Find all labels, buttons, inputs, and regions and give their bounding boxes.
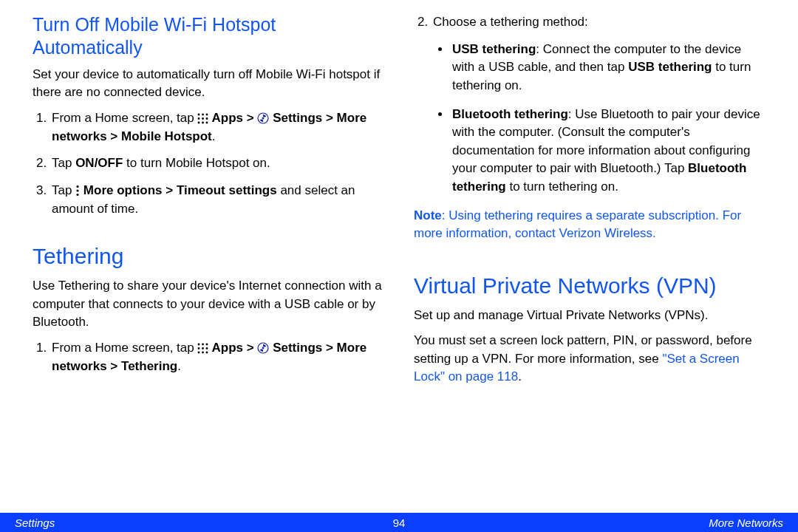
text: to turn tethering on.: [506, 180, 618, 194]
bold-text: USB tethering: [628, 60, 712, 74]
bold-text: USB tethering: [452, 42, 536, 56]
page-number: 94: [393, 516, 406, 529]
svg-point-0: [198, 114, 200, 116]
apps-grid-icon: [197, 109, 208, 128]
step-item: From a Home screen, tap Apps > Settings …: [50, 109, 384, 146]
text: From a Home screen, tap: [52, 341, 197, 355]
section-heading-vpn: Virtual Private Networks (VPN): [414, 270, 765, 302]
settings-gear-icon: [257, 339, 269, 358]
apps-grid-icon: [197, 339, 208, 358]
paragraph: Set your device to automatically turn of…: [33, 66, 384, 102]
bold-text: Apps >: [208, 341, 257, 355]
text: .: [518, 369, 522, 383]
bold-text: ON/OFF: [75, 156, 123, 170]
list-item: Bluetooth tethering: Use Bluetooth to pa…: [451, 106, 765, 197]
paragraph: Use Tethering to share your device's Int…: [33, 277, 384, 332]
svg-point-14: [77, 194, 79, 196]
svg-point-12: [77, 185, 79, 188]
list-item: USB tethering: Connect the computer to t…: [451, 41, 765, 95]
steps-list-tethering-continued: Choose a tethering method: USB tethering…: [414, 13, 765, 197]
svg-point-26: [262, 347, 265, 349]
svg-point-18: [198, 347, 200, 349]
svg-point-19: [202, 347, 205, 349]
text: : Using tethering requires a separate su…: [414, 208, 741, 241]
section-heading-hotspot-off: Turn Off Mobile Wi-Fi Hotspot Automatica…: [33, 13, 384, 60]
text: Choose a tethering method:: [433, 15, 588, 29]
settings-gear-icon: [257, 109, 269, 128]
page-footer: Settings 94 More Networks: [0, 513, 798, 532]
paragraph: You must set a screen lock pattern, PIN,…: [414, 332, 765, 386]
text: to turn Mobile Hotspot on.: [123, 156, 270, 170]
bold-text: Apps >: [208, 111, 257, 125]
text: From a Home screen, tap: [52, 111, 197, 125]
step-item: From a Home screen, tap Apps > Settings …: [50, 339, 384, 375]
text: .: [177, 359, 181, 373]
bold-text: More options > Timeout settings: [80, 183, 277, 197]
step-item: Tap More options > Timeout settings and …: [50, 182, 384, 218]
svg-point-4: [202, 117, 205, 120]
svg-point-21: [198, 352, 200, 354]
svg-point-13: [77, 189, 79, 191]
steps-list-hotspot-off: From a Home screen, tap Apps > Settings …: [33, 109, 384, 219]
svg-point-3: [198, 117, 200, 120]
svg-point-15: [198, 344, 200, 346]
step-item: Tap ON/OFF to turn Mobile Hotspot on.: [50, 154, 384, 173]
bold-text: Note: [414, 208, 442, 222]
svg-point-1: [202, 114, 205, 116]
svg-point-6: [198, 122, 200, 124]
steps-list-tethering: From a Home screen, tap Apps > Settings …: [33, 339, 384, 375]
paragraph: Set up and manage Virtual Private Networ…: [414, 307, 765, 325]
document-page: Turn Off Mobile Wi-Fi Hotspot Automatica…: [0, 0, 798, 532]
left-column: Turn Off Mobile Wi-Fi Hotspot Automatica…: [33, 13, 384, 394]
section-heading-tethering: Tethering: [33, 240, 384, 273]
svg-point-7: [202, 122, 205, 124]
bold-text: Bluetooth tethering: [452, 107, 568, 121]
text: .: [212, 129, 216, 143]
svg-point-16: [202, 344, 205, 346]
text: Tap: [52, 183, 75, 197]
text: Tap: [52, 156, 75, 170]
note-text: Note: Using tethering requires a separat…: [414, 207, 765, 243]
footer-right: More Networks: [709, 516, 783, 529]
footer-left: Settings: [15, 516, 55, 529]
two-column-layout: Turn Off Mobile Wi-Fi Hotspot Automatica…: [0, 0, 798, 394]
svg-point-22: [202, 352, 205, 354]
bullet-list-methods: USB tethering: Connect the computer to t…: [433, 41, 765, 197]
step-item: Choose a tethering method: USB tethering…: [432, 13, 765, 197]
svg-point-11: [262, 117, 265, 120]
right-column: Choose a tethering method: USB tethering…: [414, 13, 765, 394]
